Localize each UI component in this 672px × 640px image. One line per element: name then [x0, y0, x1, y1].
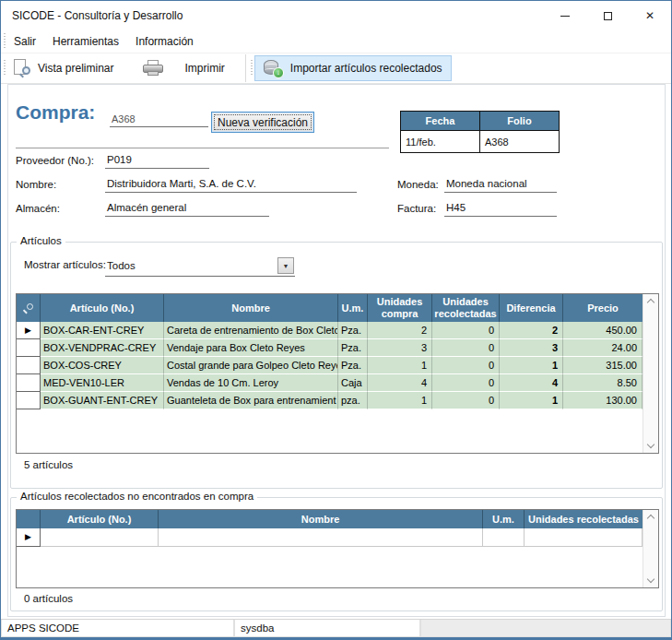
cell-articulo[interactable]: MED-VEN10-LER [41, 374, 164, 392]
moneda-field[interactable]: Moneda nacional [444, 177, 557, 193]
cell-unidades-compra[interactable]: 4 [368, 374, 432, 392]
vertical-scrollbar[interactable] [643, 294, 658, 453]
cell-unidades-compra[interactable]: 1 [368, 392, 432, 409]
table-row-empty[interactable]: ▶ [17, 528, 658, 547]
print-button[interactable]: Imprimir [136, 56, 231, 81]
vertical-scrollbar[interactable] [643, 510, 658, 587]
recolectados-count: 0 artículos [24, 593, 73, 604]
combobox-dropdown-button[interactable]: ▼ [277, 257, 294, 274]
cell-diferencia[interactable]: 1 [500, 392, 563, 409]
row-selector-cell: ▶ [17, 528, 41, 547]
printer-icon [143, 60, 163, 77]
recolectados-group-title: Artículos recolectados no encontrados en… [17, 491, 257, 502]
cell-articulo[interactable]: BOX-GUANT-ENT-CREY [41, 392, 164, 409]
cell-diferencia[interactable]: 1 [500, 357, 563, 374]
cell-precio[interactable]: 450.00 [563, 322, 643, 339]
maximize-icon [604, 12, 612, 20]
mostrar-articulos-combobox[interactable]: Todos ▼ [105, 255, 295, 277]
status-panel-app: APPS SICODE [1, 620, 234, 637]
grid-search-header-cell [17, 294, 41, 322]
compra-number-field[interactable]: A368 [110, 111, 208, 127]
col-header-unidades-compra: Unidades compra [368, 294, 432, 322]
fecha-column-header: Fecha [401, 112, 480, 131]
scroll-down-icon[interactable] [647, 441, 654, 448]
cell-unidades-compra[interactable]: 2 [368, 322, 432, 339]
nueva-verificacion-button[interactable]: Nueva verificación [211, 112, 314, 133]
scroll-up-icon[interactable] [647, 299, 654, 306]
table-row[interactable]: ▶ BOX-CAR-ENT-CREY Careta de entrenamien… [17, 322, 658, 339]
cell-articulo[interactable]: BOX-COS-CREY [41, 357, 164, 374]
status-panel-user: sysdba [234, 620, 420, 637]
cell-um[interactable] [483, 528, 525, 547]
table-row[interactable]: BOX-COS-CREY Costal grande para Golpeo C… [17, 357, 658, 374]
cell-um[interactable]: Pza. [338, 339, 368, 357]
cell-nombre[interactable] [159, 528, 483, 547]
row-indicator-icon: ▶ [25, 533, 31, 541]
col-header-nombre: Nombre [164, 294, 338, 322]
cell-precio[interactable]: 130.00 [563, 392, 643, 409]
cell-unidades-recolectadas[interactable]: 0 [432, 322, 500, 339]
cell-unidades-compra[interactable]: 3 [368, 339, 432, 357]
cell-unidades-recolectadas[interactable]: 0 [432, 392, 500, 409]
database-import-icon: ↓ [264, 59, 284, 78]
articulos-grid-header: Artículo (No.) Nombre U.m. Unidades comp… [17, 294, 643, 322]
scroll-up-icon[interactable] [647, 515, 654, 522]
cell-unidades-recolectadas[interactable]: 0 [432, 339, 500, 357]
preview-button-label: Vista preliminar [38, 62, 113, 75]
col-header-um: U.m. [483, 510, 525, 528]
cell-nombre[interactable]: Costal grande para Golpeo Cleto Reye [164, 357, 338, 374]
factura-field[interactable]: H45 [444, 201, 557, 217]
cell-unidades-recolectadas[interactable]: 0 [432, 374, 500, 392]
compra-title: Compra: [16, 101, 95, 124]
preview-button[interactable]: Vista preliminar [6, 55, 121, 81]
menu-item-informacion[interactable]: Información [127, 35, 202, 48]
cell-precio[interactable]: 24.00 [563, 339, 643, 357]
cell-um[interactable]: Pza. [338, 357, 368, 374]
cell-diferencia[interactable]: 3 [500, 339, 563, 357]
scroll-down-icon[interactable] [647, 575, 654, 583]
row-indicator-icon: ▶ [25, 326, 31, 335]
cell-nombre[interactable]: Vendas de 10 Cm. Leroy [164, 374, 338, 392]
articulos-grid: Artículo (No.) Nombre U.m. Unidades comp… [16, 293, 659, 454]
menu-item-salir[interactable]: Salir [6, 35, 44, 48]
cell-diferencia[interactable]: 2 [500, 322, 563, 339]
cell-unidades-recolectadas[interactable]: 0 [432, 357, 500, 374]
articulos-count: 5 artículos [24, 459, 73, 470]
cell-um[interactable]: Pza. [338, 322, 368, 339]
toolbar: Vista preliminar Imprimir ↓ Importar art… [1, 53, 671, 84]
maximize-button[interactable] [586, 1, 629, 30]
col-header-articulo: Artículo (No.) [41, 510, 159, 528]
col-header-unidades-recolectadas: Unidades recolectadas [432, 294, 500, 322]
cell-um[interactable]: pza. [338, 392, 368, 409]
cell-articulo[interactable] [41, 528, 159, 547]
folio-value-cell: A368 [480, 131, 560, 153]
cell-unidades-compra[interactable]: 1 [368, 357, 432, 374]
cell-articulo[interactable]: BOX-VENDPRAC-CREY [41, 339, 164, 357]
row-selector-cell [17, 392, 41, 409]
recolectados-grid-header: Artículo (No.) Nombre U.m. Unidades reco… [17, 510, 643, 528]
menu-item-herramientas[interactable]: Herramientas [44, 35, 127, 48]
cell-nombre[interactable]: Careta de entrenamiento de Box Cleto [164, 322, 338, 339]
import-articles-button[interactable]: ↓ Importar artículos recolectados [254, 55, 452, 81]
cell-unidades-recolectadas[interactable] [525, 528, 643, 547]
cell-um[interactable]: Caja [338, 374, 368, 392]
close-button[interactable]: ✕ [629, 1, 671, 30]
main-panel: Compra: A368 Nueva verificación Fecha Fo… [7, 84, 666, 617]
table-row[interactable]: BOX-GUANT-ENT-CREY Guanteleta de Box par… [17, 392, 658, 409]
nombre-field[interactable]: Distribuidora Marti, S.A. de C.V. [105, 177, 357, 193]
proveedor-field[interactable]: P019 [105, 153, 209, 169]
cell-articulo[interactable]: BOX-CAR-ENT-CREY [41, 322, 164, 339]
table-row[interactable]: MED-VEN10-LER Vendas de 10 Cm. Leroy Caj… [17, 374, 658, 392]
almacen-field[interactable]: Almacén general [105, 201, 269, 217]
cell-precio[interactable]: 8.50 [563, 374, 643, 392]
moneda-label: Moneda: [397, 179, 439, 190]
cell-nombre[interactable]: Guanteleta de Box para entrenamient [164, 392, 338, 409]
cell-diferencia[interactable]: 4 [500, 374, 563, 392]
row-selector-cell [17, 374, 41, 392]
cell-precio[interactable]: 315.00 [563, 357, 643, 374]
cell-nombre[interactable]: Vendaje para Box Cleto Reyes [164, 339, 338, 357]
minimize-button[interactable] [544, 1, 586, 30]
section-divider [16, 148, 389, 148]
row-selector-cell [17, 339, 41, 357]
table-row[interactable]: BOX-VENDPRAC-CREY Vendaje para Box Cleto… [17, 339, 658, 357]
